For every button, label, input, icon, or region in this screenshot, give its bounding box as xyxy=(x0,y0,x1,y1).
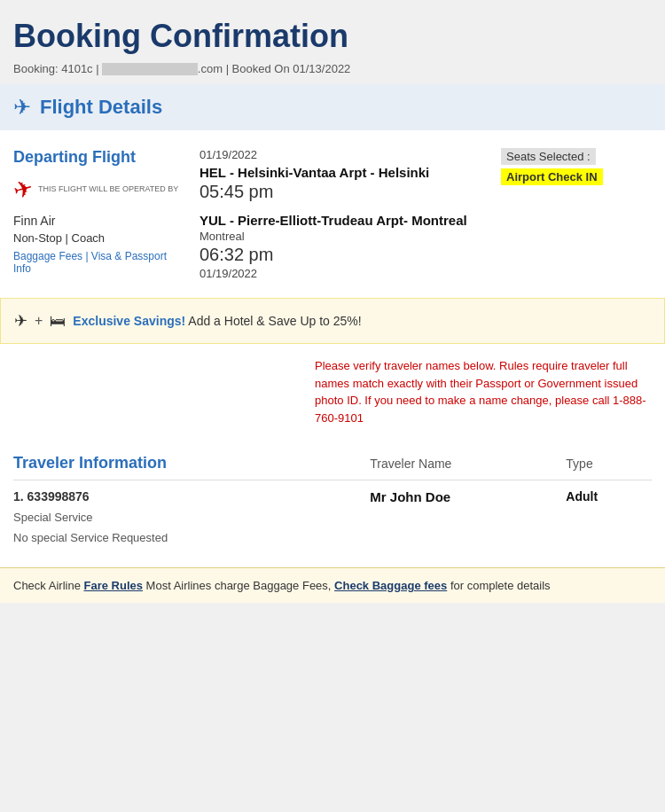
email-redacted: c**t***t@c***.****.*** xyxy=(102,63,198,75)
traveler-table: Traveler Information Traveler Name Type … xyxy=(13,449,652,550)
savings-text: Exclusive Savings! Add a Hotel & Save Up… xyxy=(73,314,361,328)
flight-center-col: 01/19/2022 HEL - Helsinki-Vantaa Arpt - … xyxy=(191,148,492,280)
flight-details-title: Flight Details xyxy=(40,96,162,119)
traveler-notice: Please verify traveler names below. Rule… xyxy=(0,344,665,440)
main-content: Departing Flight ✈ THIS FLIGHT WILL BE O… xyxy=(0,130,665,298)
traveler-name: Mr John Doe xyxy=(370,489,559,504)
airline-name: Finn Air xyxy=(13,214,182,228)
footer-suffix: for complete details xyxy=(450,579,551,592)
table-row: 1. 633998876 Special Service No special … xyxy=(13,480,652,550)
traveler-info-header: Traveler Information xyxy=(13,449,370,480)
operated-by-text: THIS FLIGHT WILL BE OPERATED BY xyxy=(38,184,178,195)
airline-logo-area: ✈ THIS FLIGHT WILL BE OPERATED BY xyxy=(13,176,182,203)
plus-symbol: + xyxy=(35,313,43,329)
plane-icon: ✈ xyxy=(13,95,31,120)
savings-bold-text: Exclusive Savings! xyxy=(73,314,185,328)
traveler-type-col-header: Type xyxy=(566,449,652,480)
departure-airport: HEL - Helsinki-Vantaa Arpt - Helsinki xyxy=(200,165,483,180)
arrival-city: Montreal xyxy=(200,230,483,243)
booking-info: Booking: 4101c | c**t***t@c***.****.***.… xyxy=(13,62,652,75)
check-baggage-link[interactable]: Check Baggage fees xyxy=(334,579,447,592)
fare-rules-link[interactable]: Fare Rules xyxy=(84,579,143,592)
visa-passport-link[interactable]: Visa & Passport xyxy=(91,250,167,262)
notice-text: Please verify traveler names below. Rule… xyxy=(315,357,652,426)
flight-left-col: Departing Flight ✈ THIS FLIGHT WILL BE O… xyxy=(13,148,191,280)
footer-banner: Check Airline Fare Rules Most Airlines c… xyxy=(0,567,665,603)
savings-normal-text: Add a Hotel & Save Up to 25%! xyxy=(188,314,361,328)
booked-on-date: 01/13/2022 xyxy=(293,62,350,75)
flight-right-col: Seats Selected : Airport Check IN xyxy=(492,148,652,280)
page-header: Booking Confirmation Booking: 4101c | c*… xyxy=(0,0,665,84)
flight-links: Baggage Fees | Visa & Passport Info xyxy=(13,250,182,275)
flight-details-header: ✈ Flight Details xyxy=(0,84,665,130)
page-title: Booking Confirmation xyxy=(13,18,652,55)
special-service-label: Special Service xyxy=(13,511,363,524)
footer-prefix: Check Airline xyxy=(13,579,81,592)
footer-middle-text: Most Airlines charge Baggage Fees, xyxy=(146,579,332,592)
arrival-airport: YUL - Pierre-Elliott-Trudeau Arpt- Montr… xyxy=(200,213,483,228)
arrival-date: 01/19/2022 xyxy=(200,267,483,280)
departure-time: 05:45 pm xyxy=(200,182,483,202)
departing-flight-section: Departing Flight ✈ THIS FLIGHT WILL BE O… xyxy=(13,148,652,280)
special-service-value: No special Service Requested xyxy=(13,531,363,544)
bed-icon: 🛏 xyxy=(50,312,66,331)
info-link[interactable]: Info xyxy=(13,262,31,275)
booking-id: 4101c xyxy=(61,62,92,75)
traveler-info-section: Traveler Information Traveler Name Type … xyxy=(0,440,665,567)
savings-banner: ✈ + 🛏 Exclusive Savings! Add a Hotel & S… xyxy=(0,298,665,344)
airline-plane-icon: ✈ xyxy=(10,174,35,206)
flight-type: Non-Stop | Coach xyxy=(13,231,182,245)
baggage-fees-link[interactable]: Baggage Fees xyxy=(13,250,82,262)
departure-date: 01/19/2022 xyxy=(200,148,483,161)
traveler-type: Adult xyxy=(566,489,645,504)
traveler-name-col-header: Traveler Name xyxy=(370,449,566,480)
booking-id-label: Booking: xyxy=(13,62,61,75)
seats-selected-label: Seats Selected : xyxy=(501,148,596,165)
arrival-time: 06:32 pm xyxy=(200,245,483,265)
plane-savings-icon: ✈ xyxy=(14,311,27,331)
departing-flight-label: Departing Flight xyxy=(13,148,182,167)
airport-check-badge: Airport Check IN xyxy=(501,168,603,185)
separator2: | Booked On xyxy=(226,62,293,75)
traveler-number: 1. 633998876 xyxy=(13,489,363,504)
